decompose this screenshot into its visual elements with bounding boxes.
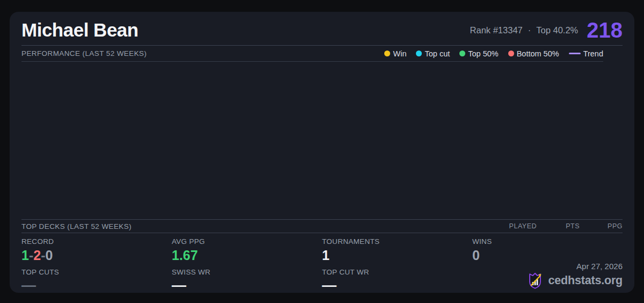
player-points: 218 [587,19,623,41]
column-ppg: PPG [580,222,623,230]
legend-item-bottom-50[interactable]: Bottom 50% [508,49,559,58]
avg-ppg-label: AVG PPG [172,237,322,246]
record-label: RECORD [21,237,172,246]
stat-record: RECORD 1-2-0 TOP CUTS — [21,237,172,293]
record-draws: 0 [45,248,53,263]
swiss-wr-placeholder: — [172,282,322,288]
legend-label-win: Win [393,49,406,58]
legend-item-top-cut[interactable]: Top cut [416,49,450,58]
legend-label-bottom-50: Bottom 50% [517,49,559,58]
chart-legend: Win Top cut Top 50% Bottom 50% Trend [384,49,603,58]
column-pts: PTS [537,222,580,230]
legend-item-trend[interactable]: Trend [569,49,603,58]
top-decks-columns: PLAYED PTS PPG [494,222,623,230]
footer: Apr 27, 2026 cedhstats.org [526,262,623,290]
top-cut-dot-icon [416,50,422,56]
top-cuts-label: TOP CUTS [21,268,172,276]
top-cut-wr-label: TOP CUT WR [322,268,472,276]
record-value: 1-2-0 [21,249,172,262]
wins-label: WINS [472,237,623,246]
legend-item-top-50[interactable]: Top 50% [459,49,498,58]
avg-ppg-value: 1.67 [172,249,322,262]
rank-separator: · [528,25,531,35]
legend-label-top-cut: Top cut [425,49,450,58]
wins-value: 0 [472,249,623,262]
top-cut-wr-placeholder: — [322,282,472,288]
record-separator: - [29,248,33,263]
tournaments-label: TOURNAMENTS [322,237,472,246]
column-played: PLAYED [494,222,537,230]
top-decks-title: TOP DECKS (LAST 52 WEEKS) [21,222,131,230]
performance-header: PERFORMANCE (LAST 52 WEEKS) Win Top cut … [21,46,603,62]
legend-label-top-50: Top 50% [468,49,498,58]
top-50-dot-icon [459,50,465,56]
top-percent-label: Top 40.2% [536,25,578,35]
stat-tournaments: TOURNAMENTS 1 TOP CUT WR — [322,237,472,293]
rank-group: Rank #13347 · Top 40.2% 218 [470,19,623,41]
stats-grid: RECORD 1-2-0 TOP CUTS — AVG PPG 1.67 SWI… [21,233,623,293]
win-dot-icon [384,50,390,56]
record-losses: 2 [33,248,41,263]
player-stats-card: Michael Bean Rank #13347 · Top 40.2% 218… [10,12,634,293]
performance-title: PERFORMANCE (LAST 52 WEEKS) [21,49,147,57]
legend-item-win[interactable]: Win [384,49,406,58]
player-name: Michael Bean [21,19,138,41]
bottom-50-dot-icon [508,50,514,56]
record-wins: 1 [21,248,29,263]
swiss-wr-label: SWISS WR [172,268,322,276]
rank-summary: Rank #13347 · Top 40.2% [470,25,579,35]
brand-name: cedhstats.org [548,274,623,287]
legend-label-trend: Trend [583,49,603,58]
brand-link[interactable]: cedhstats.org [526,271,623,290]
trend-line-icon [569,53,581,54]
rank-label: Rank #13347 [470,25,523,35]
card-date: Apr 27, 2026 [576,262,623,271]
top-decks-header: TOP DECKS (LAST 52 WEEKS) PLAYED PTS PPG [21,219,623,233]
performance-chart-plot-area [21,62,603,219]
cedhstats-shield-logo-icon [526,271,544,290]
performance-section: PERFORMANCE (LAST 52 WEEKS) Win Top cut … [21,46,603,219]
top-cuts-placeholder: — [21,282,172,288]
stat-avg-ppg: AVG PPG 1.67 SWISS WR — [172,237,322,293]
tournaments-value: 1 [322,249,472,262]
card-header: Michael Bean Rank #13347 · Top 40.2% 218 [21,12,623,46]
